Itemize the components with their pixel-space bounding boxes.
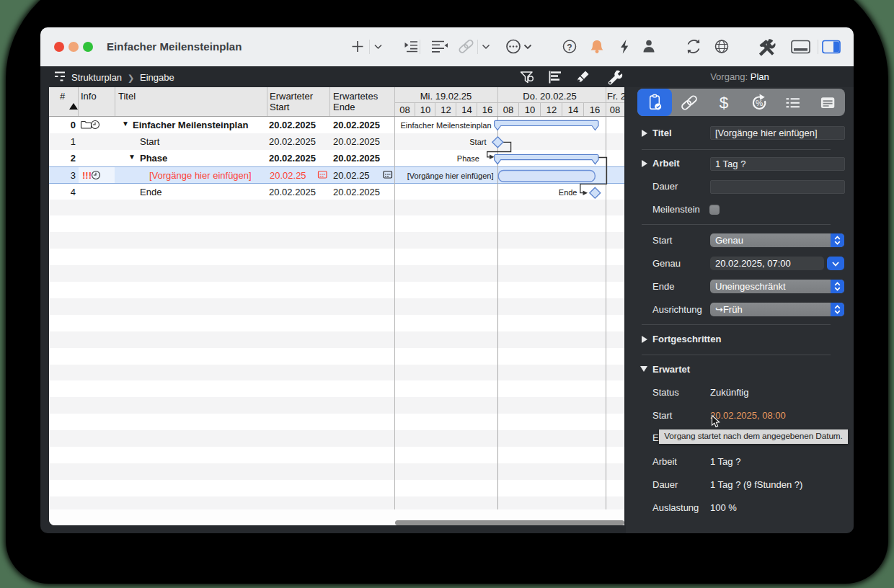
svg-text:%: %	[756, 99, 763, 107]
svg-text:?: ?	[567, 43, 572, 53]
svg-text:$: $	[720, 94, 729, 112]
